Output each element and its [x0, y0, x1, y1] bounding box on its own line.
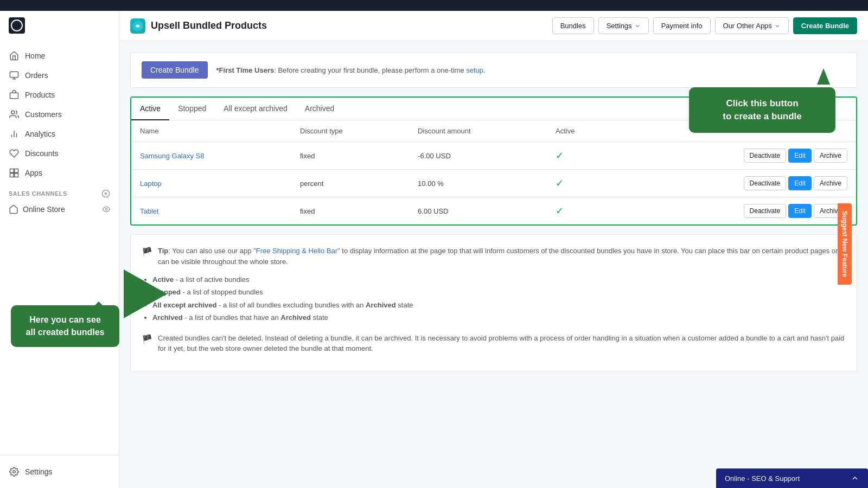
- flag-icon-1: 🏴: [142, 247, 152, 257]
- bundles-button[interactable]: Bundles: [552, 17, 594, 34]
- store-icon: [9, 204, 18, 214]
- online-store-label: Online Store: [23, 205, 65, 214]
- discount-amount-2: 10.00 %: [409, 170, 547, 197]
- orders-icon: [9, 70, 20, 81]
- settings-button[interactable]: Settings: [598, 17, 649, 34]
- discount-type-3: fixed: [291, 197, 409, 225]
- app-header-left: Upsell Bundled Products: [130, 18, 267, 34]
- list-item-archived: Archived - a list of bundles that have a…: [152, 311, 846, 324]
- sidebar-item-discounts[interactable]: Discounts: [0, 144, 119, 163]
- payment-info-button[interactable]: Payment info: [653, 17, 711, 34]
- sidebar-item-orders[interactable]: Orders: [0, 66, 119, 85]
- discount-amount-3: 6.00 USD: [409, 197, 547, 225]
- discount-type-2: percent: [291, 170, 409, 197]
- sidebar-item-analytics[interactable]: Analytics: [0, 124, 119, 144]
- products-icon: [9, 89, 20, 100]
- list-item-active: Active - a list of active bundles: [152, 273, 846, 286]
- app-title: Upsell Bundled Products: [151, 20, 267, 31]
- svg-point-6: [11, 111, 15, 114]
- chevron-down-icon: [634, 23, 641, 29]
- svg-point-17: [105, 208, 107, 210]
- bundles-table: Name Discount type Discount amount Activ…: [131, 120, 856, 224]
- svg-rect-10: [10, 169, 14, 173]
- sidebar-item-apps[interactable]: Apps: [0, 163, 119, 183]
- sales-channels-label: SALES CHANNELS: [0, 183, 119, 200]
- free-shipping-link[interactable]: "Free Shipping & Hello Bar": [253, 247, 340, 255]
- col-discount-type: Discount type: [291, 120, 409, 142]
- tab-active[interactable]: Active: [131, 98, 169, 120]
- bottom-support-bar[interactable]: Online - SEO & Support: [716, 468, 868, 488]
- app-header: Upsell Bundled Products Bundles Settings…: [119, 11, 868, 41]
- active-check-2: ✓: [556, 178, 564, 189]
- product-link-laptop[interactable]: Laptop: [140, 179, 162, 188]
- svg-point-18: [13, 471, 16, 473]
- active-check-1: ✓: [556, 150, 564, 161]
- setup-link[interactable]: setup: [466, 66, 483, 74]
- col-discount-amount: Discount amount: [409, 120, 547, 142]
- svg-rect-11: [15, 169, 18, 173]
- table-row: Tablet fixed 6.00 USD ✓ Deactivate Edit …: [131, 197, 856, 225]
- create-bundle-button[interactable]: Create Bundle: [142, 61, 208, 79]
- deactivate-button-3[interactable]: Deactivate: [744, 204, 787, 218]
- apps-icon: [9, 168, 20, 178]
- settings-icon: [9, 466, 20, 477]
- tooltip-bundles: Here you can seeall created bundles: [11, 305, 119, 347]
- table-row: Laptop percent 10.00 % ✓ Deactivate Edit…: [131, 170, 856, 197]
- sidebar-item-settings[interactable]: Settings: [9, 462, 110, 481]
- archive-button-1[interactable]: Archive: [814, 149, 847, 163]
- tip-row-1: 🏴 Tip: You can also use our app "Free Sh…: [142, 246, 846, 267]
- customers-icon: [9, 109, 20, 120]
- create-bundle-section: Create Bundle *First Time Users: Before …: [130, 52, 857, 88]
- deactivate-button-1[interactable]: Deactivate: [744, 149, 787, 163]
- edit-button-2[interactable]: Edit: [788, 176, 812, 190]
- tab-stopped[interactable]: Stopped: [169, 98, 215, 120]
- col-active: Active: [547, 120, 618, 142]
- action-buttons-3: Deactivate Edit Archive: [627, 204, 847, 218]
- archive-button-2[interactable]: Archive: [814, 176, 847, 190]
- tip-text-2: Created bundles can't be deleted. Instea…: [158, 333, 846, 354]
- col-name: Name: [131, 120, 291, 142]
- tooltip-create-text: Click this buttonto create a bundle: [723, 98, 801, 121]
- active-check-3: ✓: [556, 206, 564, 216]
- edit-button-3[interactable]: Edit: [788, 204, 812, 218]
- edit-button-1[interactable]: Edit: [788, 149, 812, 163]
- tab-all-except-archived[interactable]: All except archived: [215, 98, 296, 120]
- main-content: Upsell Bundled Products Bundles Settings…: [119, 11, 868, 488]
- analytics-icon: [9, 129, 20, 139]
- svg-rect-12: [10, 174, 14, 177]
- home-icon: [9, 50, 20, 61]
- deactivate-button-2[interactable]: Deactivate: [744, 176, 787, 190]
- product-link-samsung[interactable]: Samsung Galaxy S8: [140, 152, 205, 160]
- create-bundle-header-button[interactable]: Create Bundle: [793, 17, 857, 34]
- app-header-right: Bundles Settings Payment info Our Other …: [552, 17, 857, 34]
- green-arrow-right: [124, 269, 167, 320]
- sidebar-item-home[interactable]: Home: [0, 46, 119, 66]
- sidebar-label-home: Home: [25, 52, 45, 60]
- sidebar-label-products: Products: [25, 91, 55, 99]
- tab-archived[interactable]: Archived: [296, 98, 343, 120]
- sidebar-item-customers[interactable]: Customers: [0, 105, 119, 124]
- svg-rect-5: [10, 93, 18, 99]
- sidebar: Home Orders Products Custo: [0, 11, 119, 488]
- discount-type-1: fixed: [291, 142, 409, 170]
- other-apps-button[interactable]: Our Other Apps: [715, 17, 789, 34]
- suggest-feature-tab[interactable]: Suggest New Feature: [838, 203, 852, 285]
- action-buttons-1: Deactivate Edit Archive: [627, 149, 847, 163]
- tip-text-1: Tip: You can also use our app "Free Ship…: [158, 246, 846, 267]
- bullet-list: Active - a list of active bundles Stoppe…: [142, 273, 846, 324]
- sidebar-item-online-store[interactable]: Online Store: [0, 200, 119, 219]
- tips-section: 🏴 Tip: You can also use our app "Free Sh…: [130, 234, 857, 372]
- sidebar-label-customers: Customers: [25, 110, 62, 119]
- sidebar-logo: [0, 11, 119, 42]
- chevron-down-icon-2: [774, 23, 781, 29]
- sidebar-item-products[interactable]: Products: [0, 85, 119, 105]
- chevron-up-icon: [851, 474, 859, 483]
- svg-rect-13: [15, 174, 18, 177]
- discounts-icon: [9, 148, 20, 159]
- discount-amount-1: -6.00 USD: [409, 142, 547, 170]
- tooltip-create-bundle: Click this buttonto create a bundle: [689, 87, 835, 133]
- sidebar-footer: Settings: [0, 455, 119, 488]
- product-link-tablet[interactable]: Tablet: [140, 207, 159, 215]
- list-item-all-except: All except archived - a list of all bund…: [152, 299, 846, 311]
- sidebar-label-discounts: Discounts: [25, 149, 58, 158]
